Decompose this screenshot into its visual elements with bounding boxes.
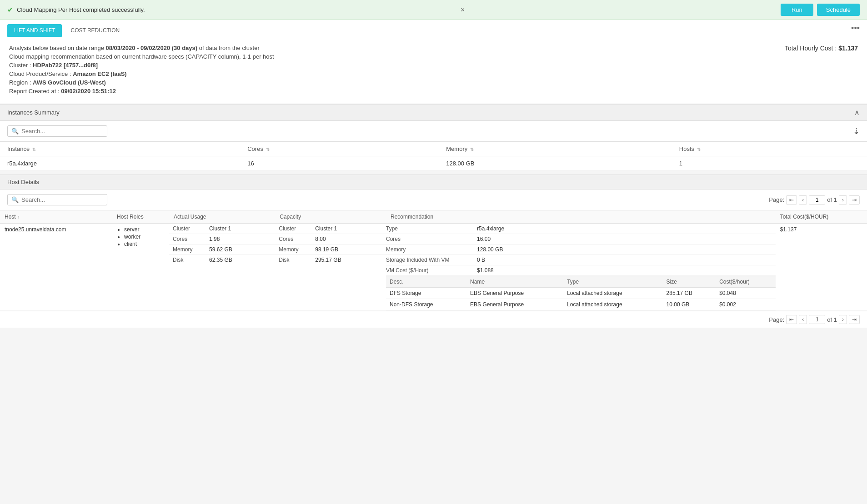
sort-icon-memory: ⇅ <box>470 147 474 152</box>
storage-sub-table: Desc.NameTypeSizeCost($/hour) DFS Storag… <box>386 276 776 310</box>
col-host-roles: Host Roles <box>112 210 169 224</box>
page-label-top: Page: <box>769 196 784 203</box>
storage-col-header: Type <box>563 276 662 288</box>
capacity-label: Cores <box>275 234 311 245</box>
storage-type: Local attached storage <box>563 299 662 310</box>
capacity-value: 98.19 GB <box>311 245 386 255</box>
host-actual-usage-cell: ClusterCluster 1Cores1.98Memory59.62 GBD… <box>169 224 275 311</box>
col-instance[interactable]: Instance ⇅ <box>0 142 240 156</box>
storage-size: 10.00 GB <box>663 299 716 310</box>
actual-usage-value: Cluster 1 <box>205 224 275 234</box>
host-role-item: client <box>124 241 165 247</box>
page-next-top[interactable]: › <box>839 195 847 205</box>
storage-desc: DFS Storage <box>386 288 466 299</box>
host-details-header: Host Details <box>0 175 867 190</box>
host-table-wrap: Host ↑ Host Roles Actual Usage Capacity … <box>0 210 867 311</box>
top-action-buttons: Run Schedule <box>781 4 860 16</box>
storage-type: Local attached storage <box>563 288 662 299</box>
col-memory[interactable]: Memory ⇅ <box>439 142 672 156</box>
rec-label: VM Cost ($/Hour) <box>386 267 477 274</box>
bottom-pagination-row: Page: ⇤ ‹ of 1 › ⇥ <box>0 311 867 328</box>
page-prev-top[interactable]: ‹ <box>799 195 807 205</box>
page-first-bottom[interactable]: ⇤ <box>786 315 797 324</box>
instances-summary-section: Instances Summary ∧ 🔍 ⇣ Instance ⇅ Cores… <box>0 104 867 171</box>
banner-close-button[interactable]: × <box>461 6 465 14</box>
page-last-top[interactable]: ⇥ <box>849 195 860 205</box>
instance-cores: 16 <box>240 156 439 171</box>
success-icon: ✔ <box>7 5 13 14</box>
capacity-value: 8.00 <box>311 234 386 245</box>
rec-value: 128.00 GB <box>477 246 503 253</box>
host-table-row: tnode25.unraveldata.com serverworkerclie… <box>0 224 867 311</box>
sort-icon-instance: ⇅ <box>32 147 36 152</box>
actual-usage-value: 1.98 <box>205 234 275 245</box>
host-role-item: server <box>124 226 165 233</box>
col-cores[interactable]: Cores ⇅ <box>240 142 439 156</box>
analysis-line: Analysis below based on date range 08/03… <box>9 45 274 51</box>
instances-search-wrap[interactable]: 🔍 <box>7 125 107 137</box>
page-of-bottom: of 1 <box>827 316 837 323</box>
rec-label: Memory <box>386 246 477 253</box>
sort-icon-hosts: ⇅ <box>697 147 701 152</box>
host-roles-cell: serverworkerclient <box>112 224 169 311</box>
page-label-bottom: Page: <box>769 316 784 323</box>
instances-table: Instance ⇅ Cores ⇅ Memory ⇅ Hosts ⇅ r5a.… <box>0 141 867 171</box>
host-hostname: tnode25.unraveldata.com <box>0 224 112 311</box>
host-capacity-cell: ClusterCluster 1Cores8.00Memory98.19 GBD… <box>275 224 386 311</box>
region-value: AWS GovCloud (US-West) <box>33 79 106 86</box>
rec-value: 0 B <box>477 257 485 263</box>
page-next-bottom[interactable]: › <box>839 315 847 324</box>
instances-search-input[interactable] <box>21 128 103 135</box>
success-banner: ✔ Cloud Mapping Per Host completed succe… <box>0 0 867 20</box>
col-host[interactable]: Host ↑ <box>0 210 112 224</box>
col-total-cost: Total Cost($/HOUR) <box>776 210 867 224</box>
recommendation-line: Cloud mapping recommendation based on cu… <box>9 53 274 60</box>
storage-row: DFS Storage EBS General Purpose Local at… <box>386 288 776 299</box>
instances-summary-header: Instances Summary ∧ <box>0 104 867 121</box>
page-input-top[interactable] <box>809 195 825 205</box>
date-range: 08/03/2020 - 09/02/2020 (30 days) <box>105 45 197 51</box>
storage-desc: Non-DFS Storage <box>386 299 466 310</box>
col-hosts[interactable]: Hosts ⇅ <box>672 142 867 156</box>
instances-table-row: r5a.4xlarge 16 128.00 GB 1 <box>0 156 867 171</box>
run-button[interactable]: Run <box>781 4 813 16</box>
page-input-bottom[interactable] <box>809 315 825 324</box>
col-recommendation: Recommendation <box>386 210 776 224</box>
actual-usage-value: 62.35 GB <box>205 255 275 265</box>
capacity-label: Memory <box>275 245 311 255</box>
cluster-value: HDPab722 [4757...d6f8] <box>33 62 98 69</box>
sort-icon-cores: ⇅ <box>266 147 270 152</box>
instance-hosts: 1 <box>672 156 867 171</box>
host-recommendation-cell: Typer5a.4xlargeCores16.00Memory128.00 GB… <box>386 224 776 311</box>
capacity-value: Cluster 1 <box>311 224 386 234</box>
storage-name: EBS General Purpose <box>466 299 563 310</box>
instances-download-icon[interactable]: ⇣ <box>853 126 860 136</box>
tabs-bar: LIFT AND SHIFT COST REDUCTION ••• <box>0 20 867 37</box>
more-menu-button[interactable]: ••• <box>851 24 860 37</box>
capacity-label: Disk <box>275 255 311 265</box>
host-search-input[interactable] <box>21 196 103 203</box>
instances-search-row: 🔍 ⇣ <box>0 121 867 141</box>
page-first-top[interactable]: ⇤ <box>786 195 797 205</box>
instances-collapse-icon[interactable]: ∧ <box>854 108 860 117</box>
instance-memory: 128.00 GB <box>439 156 672 171</box>
page-prev-bottom[interactable]: ‹ <box>799 315 807 324</box>
banner-message: Cloud Mapping Per Host completed success… <box>17 6 145 13</box>
page-last-bottom[interactable]: ⇥ <box>849 315 860 324</box>
tab-lift-shift[interactable]: LIFT AND SHIFT <box>7 24 62 37</box>
host-total-cost-cell: $1.137 <box>776 224 867 311</box>
storage-col-header: Cost($/hour) <box>716 276 775 288</box>
storage-col-header: Size <box>663 276 716 288</box>
product-line: Cloud Product/Service : Amazon EC2 (IaaS… <box>9 70 274 77</box>
actual-usage-label: Cluster <box>169 224 205 234</box>
rec-label: Type <box>386 225 477 232</box>
storage-cost: $0.002 <box>716 299 775 310</box>
schedule-button[interactable]: Schedule <box>817 4 860 16</box>
rec-value: r5a.4xlarge <box>477 225 504 232</box>
cluster-line: Cluster : HDPab722 [4757...d6f8] <box>9 62 274 69</box>
rec-value: $1.088 <box>477 267 494 274</box>
bottom-pagination: Page: ⇤ ‹ of 1 › ⇥ <box>769 315 860 324</box>
report-value: 09/02/2020 15:51:12 <box>61 88 116 95</box>
tab-cost-reduction[interactable]: COST REDUCTION <box>64 24 126 37</box>
host-search-wrap[interactable]: 🔍 <box>7 194 107 205</box>
